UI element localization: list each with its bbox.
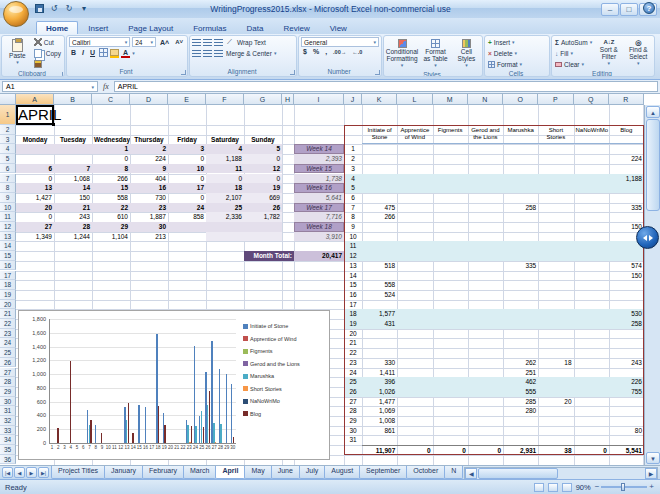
row-header-28[interactable]: 28 (0, 377, 16, 387)
data-cell[interactable] (538, 144, 573, 154)
data-cell[interactable] (397, 271, 432, 281)
row-header-24[interactable]: 24 (0, 338, 16, 348)
data-cell[interactable] (433, 212, 468, 222)
day-number-cell[interactable]: 19 (344, 319, 362, 329)
data-cell[interactable] (503, 426, 538, 436)
format-cells-button[interactable]: Format▾ (487, 59, 523, 69)
chart[interactable]: 02004006008001,0001,2001,4001,6001,80012… (18, 310, 330, 460)
data-cell[interactable] (538, 387, 573, 397)
calendar-day-cell[interactable]: 24 (168, 203, 206, 213)
data-cell[interactable] (609, 338, 644, 348)
row-header-26[interactable]: 26 (0, 358, 16, 368)
calendar-day-cell[interactable]: 15 (92, 183, 130, 193)
qat-dropdown[interactable]: ▾ (78, 2, 90, 14)
day-number-cell[interactable]: 15 (344, 280, 362, 290)
data-cell[interactable]: 431 (362, 319, 397, 329)
data-cell[interactable] (609, 435, 644, 445)
data-cell[interactable] (574, 329, 609, 339)
data-cell[interactable] (503, 435, 538, 445)
data-cell[interactable] (468, 193, 503, 203)
ribbon-tab-insert[interactable]: Insert (78, 21, 118, 34)
data-cell[interactable] (538, 329, 573, 339)
align-middle-icon[interactable] (203, 39, 212, 46)
row-header-7[interactable]: 7 (0, 174, 16, 184)
data-cell[interactable] (362, 183, 397, 193)
data-cell[interactable] (538, 348, 573, 358)
data-cell[interactable] (433, 280, 468, 290)
data-cell[interactable]: 18 (538, 358, 573, 368)
day-number-cell[interactable]: 14 (344, 271, 362, 281)
data-cell[interactable] (468, 144, 503, 154)
data-cell[interactable] (433, 426, 468, 436)
data-cell[interactable] (503, 154, 538, 164)
row-header-18[interactable]: 18 (0, 280, 16, 290)
data-cell[interactable] (433, 203, 468, 213)
data-cell[interactable] (538, 251, 573, 261)
data-cell[interactable] (468, 348, 503, 358)
day-number-cell[interactable]: 23 (344, 358, 362, 368)
data-cell[interactable] (574, 193, 609, 203)
calendar-value-cell[interactable]: 730 (130, 193, 168, 203)
decrease-decimal-button[interactable]: ←.0 (350, 49, 364, 55)
data-cell[interactable] (433, 329, 468, 339)
sheet-tab-august[interactable]: August (324, 466, 360, 479)
data-cell[interactable] (397, 193, 432, 203)
day-number-cell[interactable]: 1 (344, 144, 362, 154)
office-button[interactable] (3, 1, 29, 27)
data-cell[interactable] (397, 232, 432, 242)
data-cell[interactable] (503, 319, 538, 329)
grow-font-button[interactable]: A˄ (158, 39, 171, 46)
data-cell[interactable] (574, 377, 609, 387)
data-cell[interactable] (397, 377, 432, 387)
row-header-32[interactable]: 32 (0, 416, 16, 426)
column-header-J[interactable]: J (344, 94, 362, 105)
zoom-slider[interactable]: − + (595, 483, 654, 491)
data-cell[interactable] (468, 416, 503, 426)
row-header-31[interactable]: 31 (0, 406, 16, 416)
number-dialog-launcher[interactable] (375, 70, 380, 75)
calendar-value-cell[interactable]: 610 (92, 212, 130, 222)
calendar-value-cell[interactable]: 1,427 (16, 193, 54, 203)
data-cell[interactable]: 518 (362, 261, 397, 271)
data-cell[interactable] (538, 377, 573, 387)
column-header-O[interactable]: O (503, 94, 538, 105)
data-cell[interactable] (433, 358, 468, 368)
data-cell[interactable] (574, 300, 609, 310)
calendar-value-cell[interactable]: 0 (244, 154, 282, 164)
data-cell[interactable] (503, 222, 538, 232)
data-cell[interactable] (609, 193, 644, 203)
conditional-formatting-button[interactable]: Conditional Formatting▾ (386, 37, 418, 70)
data-cell[interactable]: 226 (609, 377, 644, 387)
data-cell[interactable] (397, 154, 432, 164)
row-header-27[interactable]: 27 (0, 368, 16, 378)
day-number-cell[interactable]: 30 (344, 426, 362, 436)
paste-button[interactable]: Paste ▾ (4, 37, 31, 67)
calendar-day-cell[interactable]: 12 (244, 164, 282, 174)
minimize-button[interactable]: – (601, 3, 619, 16)
data-cell[interactable] (574, 435, 609, 445)
data-cell[interactable] (538, 212, 573, 222)
data-cell[interactable] (574, 280, 609, 290)
row-header-1[interactable]: 1 (0, 105, 16, 125)
data-cell[interactable] (468, 397, 503, 407)
data-cell[interactable] (609, 183, 644, 193)
calendar-value-cell[interactable] (206, 232, 244, 242)
data-cell[interactable] (433, 232, 468, 242)
data-cell[interactable] (433, 416, 468, 426)
merge-center-button[interactable]: Merge & Center▾ (225, 48, 277, 58)
fx-icon[interactable]: fx (100, 82, 112, 91)
sheet-tab-may[interactable]: May (244, 466, 271, 479)
calendar-day-cell[interactable]: 22 (92, 203, 130, 213)
data-cell[interactable] (468, 387, 503, 397)
delete-cells-button[interactable]: ×Delete▾ (487, 48, 518, 58)
row-header-34[interactable]: 34 (0, 435, 16, 445)
data-cell[interactable] (433, 222, 468, 232)
data-cell[interactable] (574, 290, 609, 300)
row-header-6[interactable]: 6 (0, 164, 16, 174)
data-cell[interactable] (574, 251, 609, 261)
data-cell[interactable]: 1,411 (362, 368, 397, 378)
percent-button[interactable]: % (311, 48, 321, 55)
find-select-button[interactable]: ◎ Find & Select▾ (625, 37, 652, 68)
calendar-value-cell[interactable]: 404 (130, 174, 168, 184)
row-header-14[interactable]: 14 (0, 241, 16, 251)
